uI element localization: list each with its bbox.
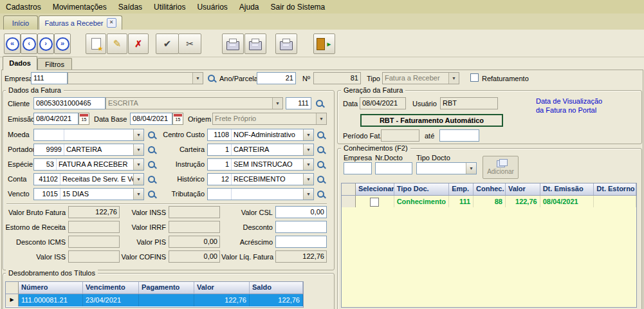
menu-usuarios[interactable]: Usuários: [191, 1, 233, 14]
acrescimo-field[interactable]: [275, 236, 327, 248]
conta-label: Conta: [8, 175, 26, 183]
col-valor[interactable]: Valor: [194, 282, 250, 294]
instrucao-search-icon[interactable]: [316, 160, 326, 170]
conta-text: Receitas De Serv. E Ve: [60, 174, 133, 185]
col-numero[interactable]: Número: [19, 282, 83, 294]
empresa-label: Empresa: [5, 75, 33, 82]
edit-button[interactable]: ✎: [107, 33, 127, 54]
valor-cofins-field: 0,00: [169, 250, 220, 263]
prior-record-button[interactable]: ‹: [21, 33, 37, 54]
first-record-button[interactable]: «: [4, 33, 21, 54]
cancel-button[interactable]: ✂: [178, 33, 201, 54]
exit-button[interactable]: ►: [313, 33, 335, 54]
row-marker-icon: ▶: [6, 294, 19, 306]
instrucao-dropdown-icon: ▼: [303, 159, 313, 170]
carteira-code: 1: [208, 144, 232, 155]
cliente-name-combo[interactable]: ESCRITA ▼: [106, 97, 283, 109]
print-preview-icon: [280, 41, 293, 50]
emissao-field[interactable]: 08/04/2021: [33, 113, 78, 125]
tab-dados[interactable]: Dados: [3, 56, 37, 70]
data-geracao-field: 08/04/2021: [360, 97, 406, 109]
vencto-code: 1015: [34, 189, 60, 200]
conh-tipodocto-combo[interactable]: ▼: [416, 162, 477, 174]
refaturamento-checkbox[interactable]: [470, 73, 479, 82]
tab-faturas-a-receber[interactable]: Faturas a Receber ✕: [39, 15, 122, 30]
conh-empresa-field[interactable]: [344, 162, 372, 174]
menu-utilitarios[interactable]: Utilitários: [148, 1, 191, 14]
tab-faturas-label: Faturas a Receber: [44, 19, 103, 27]
carteira-combo[interactable]: 1 CARTEIRA ▼: [207, 144, 314, 156]
print-preview-button[interactable]: [275, 33, 297, 54]
data-base-field[interactable]: 08/04/2021: [130, 113, 172, 125]
historico-search-icon[interactable]: [316, 174, 326, 185]
valor-csl-field[interactable]: 0,00: [275, 206, 327, 218]
desconto-field[interactable]: [275, 221, 327, 233]
adicionar-button[interactable]: Adicionar: [483, 156, 519, 179]
tab-close-icon[interactable]: ✕: [107, 18, 116, 28]
periodo-de-field[interactable]: [381, 129, 419, 142]
menu-movimentacoes[interactable]: Movimentações: [47, 1, 113, 14]
empresa-name-combo[interactable]: ▼: [68, 72, 203, 84]
desdobramento-row[interactable]: ▶ 111.000081.21 23/04/2021 122,76 122,76: [6, 294, 303, 306]
centro-custo-search-icon[interactable]: [316, 130, 326, 140]
selecionar-checkbox[interactable]: [370, 198, 379, 207]
next-record-button[interactable]: ›: [37, 33, 54, 54]
selecionar-cell: [356, 196, 394, 208]
carteira-dropdown-icon: ▼: [303, 144, 313, 155]
vencto-combo[interactable]: 1015 15 DIAS ▼: [33, 188, 144, 200]
col-vencimento[interactable]: Vencimento: [83, 282, 139, 294]
tipo-combo[interactable]: Fatura a Receber ▼: [382, 72, 459, 84]
conhecimentos-header-row: Selecionar Tipo Doc. Emp. Conhec. Valor …: [342, 183, 636, 196]
conh-nrdocto-field[interactable]: [375, 162, 412, 174]
data-base-calendar-button[interactable]: 15: [172, 113, 183, 125]
valor-pis-label: Valor PIS: [120, 238, 166, 246]
col-selecionar[interactable]: Selecionar: [356, 183, 394, 195]
last-record-button[interactable]: »: [54, 33, 71, 54]
cliente-search-icon[interactable]: [315, 98, 325, 109]
tributacao-search-icon[interactable]: [316, 189, 326, 200]
moeda-combo[interactable]: ▼: [33, 129, 144, 141]
col-emp[interactable]: Emp.: [449, 183, 474, 195]
print-setup-button[interactable]: [222, 33, 244, 54]
especie-combo[interactable]: 53 FATURA A RECEBER ▼: [33, 158, 144, 171]
vencto-label: Vencto: [8, 190, 30, 198]
periodo-ate-field[interactable]: [439, 129, 479, 142]
col-conhec[interactable]: Conhec.: [474, 183, 506, 195]
tab-inicio[interactable]: Início: [3, 15, 38, 30]
historico-combo[interactable]: 12 RECEBIMENTO ▼: [207, 173, 314, 185]
col-tipo-doc[interactable]: Tipo Doc.: [394, 183, 450, 195]
toolbar: « ‹ › » ★ ✎ ✗ ✔ ✂ ►: [0, 30, 644, 57]
empresa-search-icon[interactable]: [207, 73, 217, 84]
menu-ajuda[interactable]: Ajuda: [234, 1, 265, 14]
emissao-calendar-button[interactable]: 15: [78, 113, 89, 125]
carteira-search-icon[interactable]: [316, 145, 326, 155]
confirm-button[interactable]: ✔: [156, 33, 179, 54]
tributacao-combo[interactable]: ▼: [207, 188, 314, 200]
col-saldo[interactable]: Saldo: [250, 282, 303, 294]
origem-combo[interactable]: Frete Próprio ▼: [212, 113, 327, 125]
instrucao-text: SEM INSTRUCAO: [232, 159, 303, 170]
new-button[interactable]: ★: [86, 33, 106, 54]
delete-button[interactable]: ✗: [128, 33, 149, 54]
portador-combo[interactable]: 9999 CARTEIRA ▼: [33, 144, 144, 156]
conta-combo[interactable]: 41102 Receitas De Serv. E Ve ▼: [33, 173, 144, 185]
col-dt-estorno[interactable]: Dt. Estorno: [594, 183, 636, 195]
cliente-code-field[interactable]: 08053031000465: [33, 97, 106, 109]
cliente-num-field[interactable]: 111: [286, 97, 311, 109]
menu-saidas[interactable]: Saídas: [113, 1, 148, 14]
print-button[interactable]: [244, 33, 266, 54]
data-base-calendar-day: 15: [176, 117, 181, 122]
instrucao-combo[interactable]: 1 SEM INSTRUCAO ▼: [207, 158, 314, 171]
conhecimento-row[interactable]: Conhecimento 111 88 122,76 08/04/2021: [342, 196, 636, 208]
empresa-code-field[interactable]: 111: [31, 72, 68, 84]
menu-bar: Cadastros Movimentações Saídas Utilitári…: [0, 0, 644, 14]
ano-parcela-field[interactable]: 21: [257, 72, 296, 84]
cell-saldo: 122,76: [250, 294, 303, 306]
tab-filtros[interactable]: Filtros: [37, 58, 72, 70]
centro-custo-combo[interactable]: 1108 NOF-Administrativo ▼: [207, 129, 314, 141]
col-conh-valor[interactable]: Valor: [506, 183, 540, 195]
col-pagamento[interactable]: Pagamento: [139, 282, 194, 294]
menu-sair-do-sistema[interactable]: Sair do Sistema: [265, 1, 331, 14]
col-dt-emissao[interactable]: Dt. Emissão: [540, 183, 594, 195]
menu-cadastros[interactable]: Cadastros: [0, 1, 47, 14]
